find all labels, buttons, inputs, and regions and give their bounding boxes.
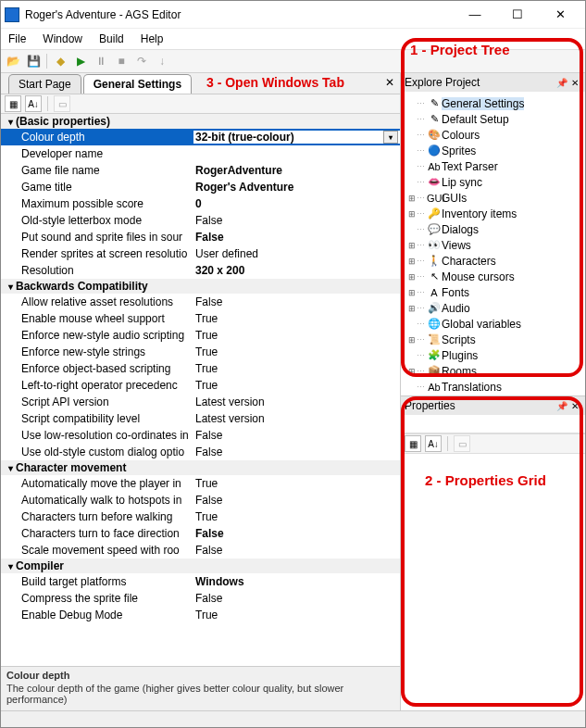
panel-close-icon[interactable]: ✕ [568, 401, 581, 411]
save-icon[interactable]: 💾 [24, 52, 43, 70]
property-row[interactable]: Old-style letterbox modeFalse [1, 212, 400, 229]
property-value[interactable]: False [193, 446, 400, 458]
expand-icon[interactable]: ⊞ [406, 272, 417, 282]
property-row[interactable]: Put sound and sprite files in sourFalse [1, 229, 400, 245]
property-row[interactable]: Build target platformsWindows [1, 573, 400, 590]
alpha-sort-icon[interactable]: A↓ [425, 435, 442, 452]
property-value[interactable]: True [193, 477, 400, 490]
tree-item[interactable]: ⋯AbText Parser [403, 158, 583, 174]
property-value[interactable]: False [193, 544, 400, 557]
tree-item[interactable]: ⋯✎General Settings [403, 95, 583, 111]
property-row[interactable]: Script compatibility levelLatest version [1, 410, 400, 427]
property-pages-icon[interactable]: ▭ [454, 435, 470, 452]
property-row[interactable]: Maximum possible score0 [1, 195, 400, 212]
tree-item[interactable]: ⊞⋯↖Mouse cursors [403, 269, 583, 284]
property-value[interactable]: True [193, 510, 400, 523]
properties-combo[interactable] [401, 415, 585, 433]
property-row[interactable]: Allow relative asset resolutionsFalse [1, 294, 400, 310]
property-value[interactable]: User defined [193, 247, 400, 260]
property-row[interactable]: Developer name [1, 145, 400, 162]
category-header[interactable]: ▾Backwards Compatibility [1, 279, 400, 294]
dropdown-icon[interactable]: ▾ [383, 131, 398, 144]
tree-item[interactable]: ⋯🌐Global variables [403, 316, 583, 332]
category-header[interactable]: ▾Compiler [1, 559, 400, 573]
tab-start-page[interactable]: Start Page [8, 74, 81, 94]
minimize-button[interactable]: — [454, 1, 496, 29]
tree-item[interactable]: ⊞⋯👀Views [403, 237, 583, 253]
property-value[interactable]: False [193, 494, 400, 507]
property-row[interactable]: Render sprites at screen resolutioUser d… [1, 245, 400, 262]
menu-build[interactable]: Build [99, 32, 124, 45]
property-row[interactable]: Game file nameRogerAdventure [1, 162, 400, 179]
property-row[interactable]: Left-to-right operator precedencTrue [1, 377, 400, 394]
property-row[interactable]: Game titleRoger's Adventure [1, 179, 400, 195]
tree-item[interactable]: ⋯💬Dialogs [403, 221, 583, 237]
property-row[interactable]: Compress the sprite fileFalse [1, 590, 400, 607]
categorized-icon[interactable]: ▦ [5, 95, 21, 112]
alpha-sort-icon[interactable]: A↓ [25, 95, 42, 112]
tree-item[interactable]: ⊞⋯AFonts [403, 284, 583, 300]
pin-icon[interactable]: 📌 [555, 401, 568, 411]
pin-icon[interactable]: 📌 [555, 78, 568, 88]
expand-icon[interactable]: ⊞ [406, 257, 417, 266]
property-pages-icon[interactable]: ▭ [54, 95, 70, 112]
property-value[interactable]: False [193, 527, 400, 540]
property-row[interactable]: Enable Debug ModeTrue [1, 607, 400, 623]
property-value[interactable]: True [193, 345, 400, 358]
property-row[interactable]: Script API versionLatest version [1, 394, 400, 410]
tree-item[interactable]: ⋯🧩Plugins [403, 347, 583, 363]
property-value[interactable]: True [193, 609, 400, 621]
tree-item[interactable]: ⋯🔵Sprites [403, 143, 583, 158]
categorized-icon[interactable]: ▦ [405, 435, 421, 452]
maximize-button[interactable]: ☐ [496, 1, 539, 29]
property-row[interactable]: Resolution320 x 200 [1, 262, 400, 279]
property-value[interactable]: False [193, 592, 400, 605]
open-icon[interactable]: 📂 [4, 52, 22, 70]
expand-icon[interactable]: ⊞ [406, 367, 417, 376]
property-value[interactable]: 32-bit (true-colour)▾ [193, 131, 400, 144]
close-button[interactable]: ✕ [539, 1, 581, 29]
tree-item[interactable]: ⋯👄Lip sync [403, 174, 583, 190]
property-value[interactable]: True [193, 312, 400, 325]
tab-general-settings[interactable]: General Settings [83, 74, 192, 94]
property-value[interactable]: Roger's Adventure [193, 181, 400, 194]
property-row[interactable]: Scale movement speed with rooFalse [1, 542, 400, 559]
property-value[interactable]: Windows [193, 575, 400, 588]
expand-icon[interactable]: ⊞ [406, 304, 417, 313]
property-value[interactable]: 0 [193, 197, 400, 210]
tree-item[interactable]: ⋯AbTranslations [403, 379, 583, 395]
tree-item[interactable]: ⊞⋯🔊Audio [403, 300, 583, 316]
tree-item[interactable]: ⋯🎨Colours [403, 127, 583, 143]
tree-item[interactable]: ⊞⋯GUIGUIs [403, 190, 583, 206]
property-value[interactable]: Latest version [193, 412, 400, 425]
run-icon[interactable]: ▶ [71, 52, 90, 70]
menu-file[interactable]: File [8, 32, 26, 45]
tab-close-icon[interactable]: ✕ [385, 76, 394, 89]
property-value[interactable]: False [193, 214, 400, 227]
property-row[interactable]: Enable mouse wheel supportTrue [1, 310, 400, 327]
build-icon[interactable]: ◆ [51, 52, 69, 70]
property-row[interactable]: Characters turn before walkingTrue [1, 508, 400, 525]
property-row[interactable]: Enforce new-style audio scriptingTrue [1, 327, 400, 344]
tree-item[interactable]: ⊞⋯📜Scripts [403, 332, 583, 347]
property-grid[interactable]: ▾(Basic properties)Colour depth32-bit (t… [1, 114, 400, 666]
property-value[interactable]: True [193, 379, 400, 392]
menu-window[interactable]: Window [43, 32, 82, 45]
property-value[interactable]: True [193, 362, 400, 375]
panel-close-icon[interactable]: ✕ [568, 78, 581, 88]
property-value[interactable]: 320 x 200 [193, 264, 400, 277]
tree-item[interactable]: ⊞⋯📦Rooms [403, 363, 583, 379]
category-header[interactable]: ▾(Basic properties) [1, 114, 400, 129]
property-row[interactable]: Enforce new-style stringsTrue [1, 344, 400, 360]
tree-item[interactable]: ⊞⋯🔑Inventory items [403, 206, 583, 221]
property-row[interactable]: Use old-style custom dialog optioFalse [1, 444, 400, 460]
property-row[interactable]: Use low-resolution co-ordinates inFalse [1, 427, 400, 444]
menu-help[interactable]: Help [141, 32, 164, 45]
project-tree[interactable]: ⋯✎General Settings⋯✎Default Setup⋯🎨Colou… [401, 92, 585, 395]
category-header[interactable]: ▾Character movement [1, 460, 400, 475]
expand-icon[interactable]: ⊞ [406, 335, 417, 345]
expand-icon[interactable]: ⊞ [406, 241, 417, 250]
property-value[interactable]: RogerAdventure [193, 164, 400, 177]
expand-icon[interactable]: ⊞ [406, 288, 417, 297]
property-row[interactable]: Automatically move the player inTrue [1, 475, 400, 492]
